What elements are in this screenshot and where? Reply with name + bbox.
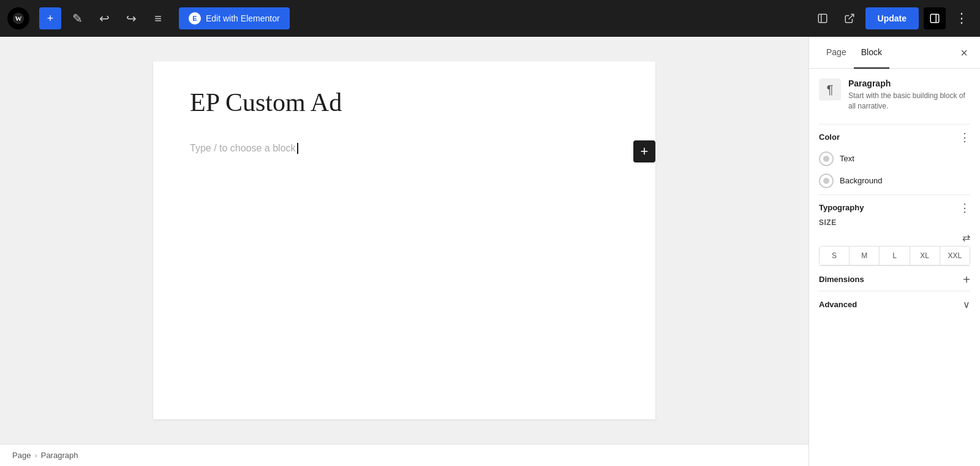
external-link-button[interactable] — [839, 7, 861, 29]
placeholder-row: Type / to choose a block + — [190, 138, 619, 159]
background-color-label: Background — [840, 176, 882, 185]
update-button[interactable]: Update — [865, 7, 919, 29]
text-color-label: Text — [840, 154, 854, 163]
sidebar-tabs: Page Block × — [809, 37, 980, 69]
breadcrumb-bar: Page › Paragraph — [0, 444, 809, 466]
block-info-text: Paragraph Start with the basic building … — [848, 78, 970, 112]
text-color-option[interactable]: Text — [819, 148, 970, 170]
text-cursor — [297, 143, 298, 154]
breadcrumb-paragraph: Paragraph — [41, 451, 78, 460]
svg-rect-5 — [930, 14, 939, 23]
breadcrumb-page[interactable]: Page — [12, 451, 31, 460]
color-title: Color — [819, 132, 840, 142]
size-adjust-button[interactable]: ⇄ — [962, 232, 970, 243]
paragraph-icon: ¶ — [819, 78, 841, 101]
sidebar-content: ¶ Paragraph Start with the basic buildin… — [809, 69, 980, 466]
add-block-button[interactable]: + — [633, 140, 655, 162]
toolbar-right: Update ⋮ — [812, 7, 973, 29]
dimensions-header: Dimensions + — [819, 265, 970, 291]
sidebar-toggle-button[interactable] — [924, 7, 946, 29]
editor-canvas: EP Custom Ad Type / to choose a block + — [0, 37, 809, 444]
typography-more-button[interactable]: ⋮ — [959, 202, 970, 213]
color-more-button[interactable]: ⋮ — [959, 132, 970, 143]
list-view-button[interactable]: ≡ — [147, 7, 169, 29]
svg-line-4 — [848, 14, 853, 19]
block-description: Start with the basic building block of a… — [848, 91, 970, 112]
size-label: SIZE — [819, 218, 970, 227]
pen-button[interactable]: ✎ — [66, 7, 88, 29]
toolbar: W + ✎ ↩ ↪ ≡ E Edit with Elementor Update — [0, 0, 980, 37]
edit-with-elementor-button[interactable]: E Edit with Elementor — [179, 7, 290, 29]
advanced-header: Advanced ∨ — [819, 291, 970, 315]
dimensions-title: Dimensions — [819, 275, 864, 284]
typography-title: Typography — [819, 203, 864, 212]
dimensions-section: Dimensions + — [819, 265, 970, 291]
background-color-option[interactable]: Background — [819, 170, 970, 192]
page-title: EP Custom Ad — [190, 86, 619, 120]
block-info: ¶ Paragraph Start with the basic buildin… — [819, 78, 970, 112]
svg-rect-2 — [818, 14, 827, 23]
size-controls: ⇄ — [819, 232, 970, 243]
size-m-button[interactable]: M — [850, 246, 880, 265]
close-sidebar-button[interactable]: × — [958, 44, 970, 61]
size-s-button[interactable]: S — [820, 246, 850, 265]
size-l-button[interactable]: L — [880, 246, 910, 265]
tab-page[interactable]: Page — [819, 37, 854, 69]
size-xxl-button[interactable]: XXL — [940, 246, 970, 265]
size-xl-button[interactable]: XL — [910, 246, 940, 265]
advanced-chevron-button[interactable]: ∨ — [963, 299, 970, 310]
editor-area: EP Custom Ad Type / to choose a block + … — [0, 37, 809, 466]
size-buttons: S M L XL XXL — [819, 246, 970, 265]
editor-paper: EP Custom Ad Type / to choose a block + — [153, 61, 655, 419]
dimensions-add-button[interactable]: + — [963, 273, 970, 286]
main-layout: EP Custom Ad Type / to choose a block + … — [0, 37, 980, 466]
sidebar: Page Block × ¶ Paragraph Start with the … — [809, 37, 980, 466]
view-button[interactable] — [812, 7, 834, 29]
color-section-header: Color ⋮ — [819, 124, 970, 148]
block-placeholder[interactable]: Type / to choose a block — [190, 138, 619, 159]
background-color-swatch — [819, 174, 834, 188]
redo-button[interactable]: ↪ — [120, 7, 142, 29]
typography-section-header: Typography ⋮ — [819, 194, 970, 218]
advanced-title: Advanced — [819, 300, 857, 309]
breadcrumb-separator: › — [34, 451, 37, 460]
svg-text:W: W — [15, 15, 22, 22]
block-name: Paragraph — [848, 78, 970, 88]
tab-block[interactable]: Block — [854, 37, 889, 69]
text-color-swatch — [819, 151, 834, 166]
advanced-section: Advanced ∨ — [819, 291, 970, 315]
add-block-toolbar-button[interactable]: + — [39, 7, 61, 29]
elementor-icon: E — [189, 12, 201, 25]
color-section: Color ⋮ Text Background — [819, 124, 970, 192]
wp-logo[interactable]: W — [7, 7, 29, 29]
undo-button[interactable]: ↩ — [93, 7, 115, 29]
typography-section: Typography ⋮ SIZE ⇄ S M L XL XXL — [819, 194, 970, 265]
more-options-button[interactable]: ⋮ — [951, 7, 973, 29]
